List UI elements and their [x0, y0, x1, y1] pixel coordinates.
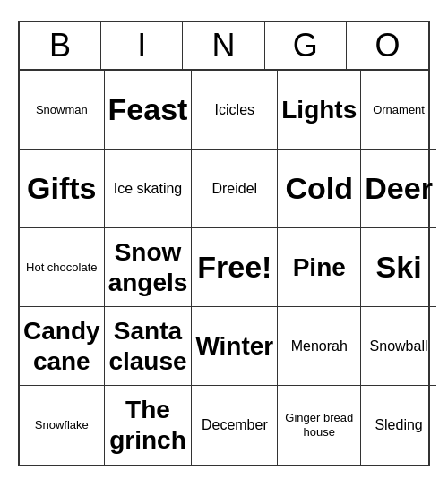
- cell-text-18: Menorah: [291, 337, 348, 355]
- cell-text-2: Icicles: [215, 101, 254, 118]
- cell-text-0: Snowman: [36, 103, 88, 117]
- header-letter-o: O: [347, 22, 428, 69]
- bingo-cell-24[interactable]: Sleding: [361, 386, 436, 465]
- bingo-header: BINGO: [20, 22, 428, 71]
- bingo-card: BINGO SnowmanFeastIciclesLightsOrnamentG…: [18, 21, 430, 466]
- bingo-cell-19[interactable]: Snowball: [361, 307, 436, 386]
- bingo-cell-16[interactable]: Santa clause: [105, 307, 193, 386]
- cell-text-5: Gifts: [27, 170, 96, 207]
- bingo-grid: SnowmanFeastIciclesLightsOrnamentGiftsIc…: [20, 71, 428, 465]
- bingo-cell-8[interactable]: Cold: [278, 150, 361, 228]
- cell-text-6: Ice skating: [114, 180, 182, 197]
- cell-text-15: Candy cane: [23, 316, 100, 376]
- bingo-cell-17[interactable]: Winter: [192, 307, 278, 386]
- bingo-cell-18[interactable]: Menorah: [278, 307, 361, 386]
- cell-text-14: Ski: [376, 249, 422, 286]
- cell-text-21: The grinch: [108, 395, 188, 455]
- cell-text-17: Winter: [195, 331, 273, 362]
- bingo-cell-15[interactable]: Candy cane: [20, 307, 105, 386]
- bingo-cell-23[interactable]: Ginger bread house: [278, 386, 361, 465]
- cell-text-7: Dreidel: [211, 180, 257, 197]
- bingo-cell-7[interactable]: Dreidel: [192, 150, 278, 228]
- bingo-cell-14[interactable]: Ski: [361, 228, 436, 307]
- bingo-cell-5[interactable]: Gifts: [20, 150, 105, 228]
- bingo-cell-6[interactable]: Ice skating: [105, 150, 193, 228]
- bingo-cell-10[interactable]: Hot chocolate: [20, 228, 105, 307]
- cell-text-9: Deer: [365, 170, 433, 207]
- header-letter-n: N: [183, 22, 264, 69]
- cell-text-23: Ginger bread house: [281, 411, 357, 439]
- bingo-cell-12[interactable]: Free!: [192, 228, 278, 307]
- cell-text-19: Snowball: [370, 337, 428, 355]
- cell-text-11: Snow angels: [108, 237, 188, 297]
- bingo-cell-21[interactable]: The grinch: [105, 386, 193, 465]
- cell-text-20: Snowflake: [35, 418, 89, 432]
- bingo-cell-20[interactable]: Snowflake: [20, 386, 105, 465]
- header-letter-g: G: [265, 22, 347, 69]
- bingo-cell-0[interactable]: Snowman: [20, 71, 105, 150]
- header-letter-b: B: [20, 22, 101, 69]
- bingo-cell-22[interactable]: December: [192, 386, 278, 465]
- cell-text-12: Free!: [197, 249, 271, 286]
- cell-text-3: Lights: [281, 95, 357, 125]
- cell-text-4: Ornament: [373, 103, 425, 117]
- bingo-cell-1[interactable]: Feast: [105, 71, 193, 150]
- cell-text-16: Santa clause: [108, 316, 188, 376]
- cell-text-13: Pine: [293, 252, 346, 283]
- header-letter-i: I: [101, 22, 183, 69]
- bingo-cell-3[interactable]: Lights: [278, 71, 361, 150]
- bingo-cell-2[interactable]: Icicles: [192, 71, 278, 150]
- cell-text-24: Sleding: [375, 416, 422, 433]
- bingo-cell-4[interactable]: Ornament: [361, 71, 436, 150]
- cell-text-10: Hot chocolate: [26, 261, 98, 275]
- cell-text-8: Cold: [285, 170, 353, 207]
- cell-text-1: Feast: [108, 91, 188, 128]
- cell-text-22: December: [202, 416, 268, 433]
- bingo-cell-13[interactable]: Pine: [278, 228, 361, 307]
- bingo-cell-11[interactable]: Snow angels: [105, 228, 193, 307]
- bingo-cell-9[interactable]: Deer: [361, 150, 436, 228]
